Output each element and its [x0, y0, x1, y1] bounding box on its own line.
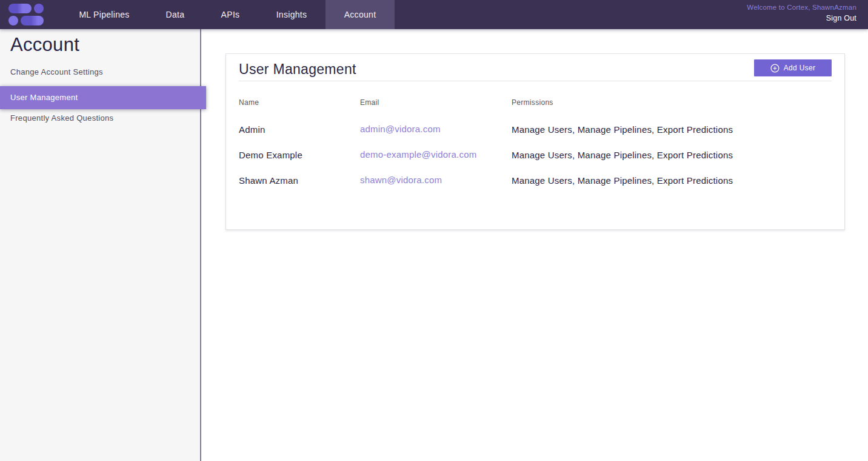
user-management-card: User Management Add User NameEmailPermis…	[225, 53, 845, 230]
card-title: User Management	[239, 61, 832, 78]
plus-circle-icon	[770, 64, 780, 73]
user-email-link[interactable]: shawn@vidora.com	[360, 175, 442, 185]
sidebar-item-user-management[interactable]: User Management	[0, 86, 206, 109]
nav-item-account[interactable]: Account	[326, 0, 395, 29]
sidebar: Account Change Account SettingsUser Mana…	[0, 29, 201, 461]
logo-shape	[21, 16, 44, 25]
nav-item-apis[interactable]: APIs	[209, 0, 252, 29]
user-permissions: Manage Users, Manage Pipelines, Export P…	[512, 124, 832, 135]
card-header: User Management Add User	[226, 54, 844, 81]
user-name: Admin	[239, 124, 360, 135]
nav-item-data[interactable]: Data	[154, 0, 196, 29]
table-row: Demo Exampledemo-example@vidora.comManag…	[239, 142, 832, 167]
user-permissions: Manage Users, Manage Pipelines, Export P…	[512, 175, 832, 186]
column-header-email: Email	[360, 98, 512, 107]
sidebar-title: Account	[10, 34, 79, 56]
nav-user-area: Welcome to Cortex, ShawnAzman Sign Out	[747, 3, 856, 24]
card-divider	[239, 81, 832, 81]
sign-out-link[interactable]: Sign Out	[826, 13, 856, 24]
user-email-link[interactable]: admin@vidora.com	[360, 124, 441, 134]
user-email-cell: demo-example@vidora.com	[360, 149, 512, 160]
nav-item-ml-pipelines[interactable]: ML Pipelines	[73, 0, 135, 29]
table-row: Adminadmin@vidora.comManage Users, Manag…	[239, 116, 832, 142]
add-user-label: Add User	[784, 64, 815, 72]
user-name: Shawn Azman	[239, 175, 360, 186]
main-content: User Management Add User NameEmailPermis…	[202, 29, 868, 461]
logo-shape	[34, 4, 44, 13]
user-permissions: Manage Users, Manage Pipelines, Export P…	[512, 150, 832, 160]
welcome-text: Welcome to Cortex, ShawnAzman	[747, 3, 856, 12]
user-email-link[interactable]: demo-example@vidora.com	[360, 149, 476, 160]
table-body: Adminadmin@vidora.comManage Users, Manag…	[239, 116, 832, 193]
sidebar-item-change-account-settings[interactable]: Change Account Settings	[0, 67, 200, 77]
logo-shape	[8, 16, 18, 25]
table-row: Shawn Azmanshawn@vidora.comManage Users,…	[239, 167, 832, 193]
table-header-row: NameEmailPermissions	[239, 98, 832, 107]
sidebar-item-frequently-asked-questions[interactable]: Frequently Asked Questions	[0, 113, 200, 123]
top-nav: ML PipelinesDataAPIsInsightsAccount Welc…	[0, 0, 868, 29]
users-table: NameEmailPermissions Adminadmin@vidora.c…	[226, 98, 844, 193]
add-user-button[interactable]: Add User	[754, 59, 832, 76]
user-email-cell: admin@vidora.com	[360, 124, 512, 135]
user-email-cell: shawn@vidora.com	[360, 175, 512, 186]
nav-item-insights[interactable]: Insights	[267, 0, 316, 29]
cortex-logo-icon[interactable]	[8, 4, 44, 25]
logo-shape	[8, 4, 32, 13]
user-name: Demo Example	[239, 150, 360, 160]
column-header-permissions: Permissions	[512, 98, 832, 107]
column-header-name: Name	[239, 98, 360, 107]
